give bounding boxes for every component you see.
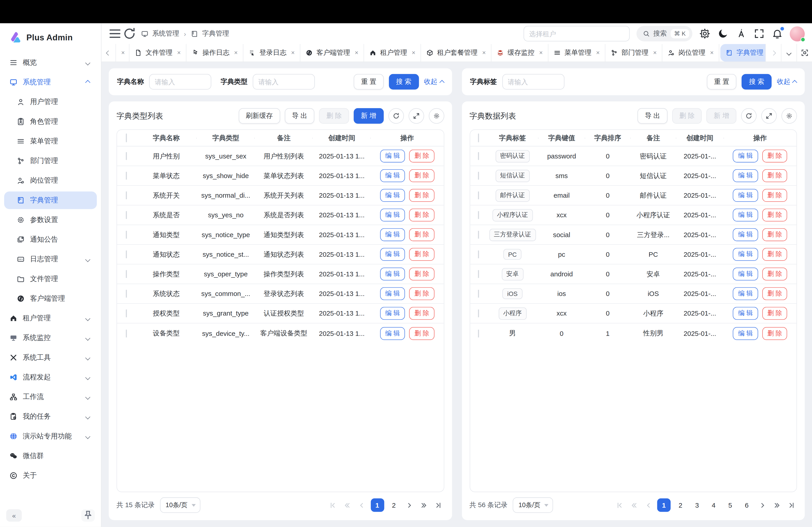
sidebar-item-post-mgmt[interactable]: 岗位管理 bbox=[4, 172, 97, 189]
delete-button[interactable]: 删 除 bbox=[409, 268, 434, 281]
delete-button[interactable]: 删 除 bbox=[762, 209, 787, 221]
delete-button[interactable]: 删 除 bbox=[762, 287, 787, 300]
sidebar-item-dept-mgmt[interactable]: 部门管理 bbox=[4, 152, 97, 170]
page-size-select[interactable]: 10条/页 bbox=[160, 497, 200, 513]
sidebar-item-menu-mgmt[interactable]: 菜单管理 bbox=[4, 133, 97, 150]
dark-mode-moon-icon[interactable] bbox=[717, 28, 729, 40]
edit-button[interactable]: 编 辑 bbox=[733, 287, 758, 300]
tabs-scroll-right[interactable] bbox=[765, 44, 781, 62]
close-icon[interactable]: × bbox=[653, 49, 656, 56]
close-icon[interactable]: × bbox=[710, 49, 714, 56]
sidebar-item-client-mgmt[interactable]: 客户端管理 bbox=[4, 290, 97, 307]
search-button[interactable]: 搜 索 bbox=[389, 74, 419, 90]
row-checkbox[interactable] bbox=[126, 231, 127, 239]
delete-button[interactable]: 删 除 bbox=[762, 150, 787, 163]
tabs-scroll-left[interactable] bbox=[102, 44, 116, 62]
sidebar-item-demo-features[interactable]: 演示站专用功能 bbox=[4, 427, 97, 445]
delete-button[interactable]: 删 除 bbox=[762, 248, 787, 261]
row-checkbox[interactable] bbox=[126, 251, 127, 258]
table-expand-icon[interactable] bbox=[408, 108, 424, 124]
edit-button[interactable]: 编 辑 bbox=[733, 248, 758, 261]
delete-button[interactable]: 删 除 bbox=[762, 268, 787, 281]
close-icon[interactable]: × bbox=[539, 49, 543, 56]
close-icon[interactable]: × bbox=[177, 49, 181, 56]
sidebar-item-role-mgmt[interactable]: 角色管理 bbox=[4, 113, 97, 131]
page-number[interactable]: 3 bbox=[690, 498, 704, 512]
dict-name-input[interactable] bbox=[149, 74, 211, 90]
global-search[interactable]: 搜索 ⌘ K bbox=[636, 26, 693, 42]
breadcrumb-item[interactable]: 系统管理 bbox=[152, 29, 179, 38]
sidebar-item-overview[interactable]: 概览 bbox=[4, 54, 97, 72]
row-checkbox[interactable] bbox=[126, 191, 127, 199]
row-checkbox[interactable] bbox=[126, 290, 127, 298]
delete-button[interactable]: 删 除 bbox=[409, 228, 434, 241]
prev-page-button[interactable] bbox=[643, 499, 654, 511]
tab-oper-log[interactable]: 操作日志× bbox=[187, 44, 244, 62]
edit-button[interactable]: 编 辑 bbox=[380, 307, 405, 320]
next-page-button[interactable] bbox=[756, 499, 768, 511]
search-button[interactable]: 搜 索 bbox=[742, 74, 772, 90]
close-icon[interactable]: × bbox=[596, 49, 600, 56]
fullscreen-icon[interactable] bbox=[754, 28, 765, 40]
close-icon[interactable]: × bbox=[482, 49, 486, 56]
close-icon[interactable]: × bbox=[355, 49, 359, 56]
edit-button[interactable]: 编 辑 bbox=[733, 228, 758, 241]
prev-5-pages-button[interactable] bbox=[628, 499, 640, 511]
edit-button[interactable]: 编 辑 bbox=[733, 209, 758, 221]
dict-type-input[interactable] bbox=[252, 74, 315, 90]
edit-button[interactable]: 编 辑 bbox=[380, 209, 405, 221]
edit-button[interactable]: 编 辑 bbox=[733, 189, 758, 202]
row-checkbox[interactable] bbox=[126, 270, 127, 278]
edit-button[interactable]: 编 辑 bbox=[733, 169, 758, 182]
tab-client-mgmt[interactable]: 客户端管理× bbox=[301, 44, 364, 62]
sidebar-item-dict-mgmt[interactable]: 字典管理 bbox=[4, 191, 97, 209]
close-icon[interactable]: × bbox=[234, 49, 238, 56]
row-checkbox[interactable] bbox=[478, 310, 479, 317]
page-number[interactable]: 2 bbox=[387, 498, 401, 512]
edit-button[interactable]: 编 辑 bbox=[733, 307, 758, 320]
edit-button[interactable]: 编 辑 bbox=[380, 169, 405, 182]
edit-button[interactable]: 编 辑 bbox=[380, 268, 405, 281]
notification-bell-icon[interactable] bbox=[772, 28, 783, 40]
row-checkbox[interactable] bbox=[478, 172, 479, 179]
close-icon[interactable]: × bbox=[412, 49, 415, 56]
select-all-checkbox[interactable] bbox=[478, 133, 479, 142]
delete-button[interactable]: 删 除 bbox=[319, 108, 349, 124]
tab-partial[interactable]: × bbox=[116, 44, 129, 62]
row-checkbox[interactable] bbox=[478, 191, 479, 199]
tab-login-log[interactable]: 登录日志× bbox=[243, 44, 301, 62]
delete-button[interactable]: 删 除 bbox=[409, 169, 434, 182]
delete-button[interactable]: 删 除 bbox=[762, 169, 787, 182]
page-number-current[interactable]: 1 bbox=[657, 498, 670, 512]
select-all-checkbox[interactable] bbox=[126, 133, 127, 142]
delete-button[interactable]: 删 除 bbox=[672, 108, 702, 124]
delete-button[interactable]: 删 除 bbox=[762, 228, 787, 241]
tab-dept-mgmt[interactable]: 部门管理× bbox=[605, 44, 663, 62]
settings-gear-icon[interactable] bbox=[699, 28, 710, 40]
delete-button[interactable]: 删 除 bbox=[409, 209, 434, 221]
delete-button[interactable]: 删 除 bbox=[409, 307, 434, 320]
edit-button[interactable]: 编 辑 bbox=[380, 228, 405, 241]
delete-button[interactable]: 删 除 bbox=[409, 189, 434, 202]
page-number-current[interactable]: 1 bbox=[371, 498, 384, 512]
delete-button[interactable]: 删 除 bbox=[409, 150, 434, 163]
sidebar-item-sys-tools[interactable]: 系统工具 bbox=[4, 349, 97, 366]
tabs-dropdown[interactable] bbox=[781, 44, 796, 62]
sidebar-item-sys-monitor[interactable]: 系统监控 bbox=[4, 329, 97, 347]
translate-icon[interactable] bbox=[735, 28, 747, 40]
add-button[interactable]: 新 增 bbox=[354, 108, 383, 124]
table-expand-icon[interactable] bbox=[761, 108, 777, 124]
close-icon[interactable]: × bbox=[291, 49, 294, 56]
delete-button[interactable]: 删 除 bbox=[409, 248, 434, 261]
first-page-button[interactable] bbox=[327, 499, 338, 511]
tenant-select-input[interactable] bbox=[523, 26, 629, 42]
next-5-pages-button[interactable] bbox=[418, 499, 430, 511]
last-page-button[interactable] bbox=[786, 499, 797, 511]
add-button[interactable]: 新 增 bbox=[707, 108, 736, 124]
row-checkbox[interactable] bbox=[478, 290, 479, 298]
sidebar-item-log-mgmt[interactable]: DEV 日志管理 bbox=[4, 251, 97, 268]
row-checkbox[interactable] bbox=[126, 152, 127, 160]
tab-tenant-package-mgmt[interactable]: 租户套餐管理× bbox=[421, 44, 492, 62]
sidebar-item-tenant-mgmt[interactable]: 租户管理 bbox=[4, 310, 97, 327]
sidebar-item-flow-start[interactable]: 流程发起 bbox=[4, 368, 97, 386]
